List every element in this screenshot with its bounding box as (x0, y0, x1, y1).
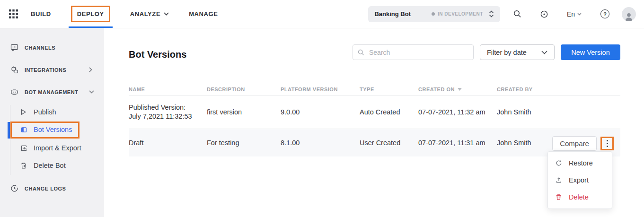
cell-created-on: 07-07-2021, 11:31 am (418, 139, 497, 148)
kebab-icon (607, 140, 608, 147)
sidebar-item-integrations[interactable]: INTEGRATIONS (10, 66, 94, 74)
chevron-right-icon (89, 67, 92, 72)
search-input[interactable] (368, 48, 468, 57)
filter-by-date-dropdown[interactable]: Filter by date (480, 44, 555, 60)
bot-name: Banking Bot (374, 10, 411, 17)
search-icon[interactable] (513, 10, 521, 18)
sidebar: CHANNELS INTEGRATIONS BOT MANAGEMENT Pub… (0, 28, 104, 217)
chevron-down-icon (541, 51, 547, 54)
sidebar-item-import-export[interactable]: Import & Export (20, 144, 81, 152)
cell-description: For testing (207, 139, 281, 148)
nav-deploy-label: DEPLOY (77, 10, 104, 17)
menu-item-restore[interactable]: Restore (548, 155, 612, 172)
subnav-connector-line (10, 105, 10, 175)
cell-created-on: 07-07-2021, 11:32 am (418, 108, 497, 117)
deploy-annotation-box: DEPLOY (71, 6, 110, 22)
help-icon[interactable]: ? (600, 9, 609, 18)
bot-status-label: IN DEVELOPMENT (438, 11, 483, 17)
sidebar-item-label: Publish (34, 108, 56, 116)
sidebar-item-bot-versions[interactable]: Bot Versions (20, 126, 72, 133)
apps-grid-icon[interactable] (9, 9, 18, 19)
language-label: En (567, 10, 575, 18)
cell-name: Published Version: July 7,2021 11:32:53 (129, 103, 207, 121)
versions-icon (20, 126, 27, 133)
table-row[interactable]: Published Version: July 7,2021 11:32:53 … (129, 95, 620, 129)
cell-name: Draft (129, 139, 207, 148)
column-header-created-on[interactable]: CREATED ON (418, 87, 497, 92)
sidebar-item-label: CHANGE LOGS (25, 186, 66, 191)
cell-platform-version: 8.1.00 (281, 139, 360, 148)
cell-type: Auto Created (360, 108, 418, 117)
filter-label: Filter by date (487, 49, 527, 56)
chat-bubble-icon (10, 43, 18, 52)
bot-icon (10, 88, 18, 96)
topbar-left: BUILD DEPLOY ANALYZE MANAGE (0, 0, 218, 28)
sidebar-item-label: Bot Versions (34, 126, 72, 133)
import-export-icon (20, 145, 27, 152)
sidebar-item-label: Delete Bot (34, 162, 66, 169)
table-header-row: NAME DESCRIPTION PLATFORM VERSION TYPE C… (129, 83, 620, 95)
search-icon (358, 49, 364, 56)
sort-caret-icon (458, 88, 462, 91)
row-actions-kebab-annotated[interactable] (600, 137, 614, 150)
integrations-gear-icon (10, 66, 18, 74)
status-dot-icon (432, 12, 435, 16)
cell-platform-version: 9.0.00 (281, 108, 360, 117)
column-header-created-by[interactable]: CREATED BY (497, 87, 620, 92)
history-clock-icon (10, 184, 18, 192)
version-search (353, 44, 474, 60)
column-header-description[interactable]: DESCRIPTION (207, 87, 281, 92)
cell-type: User Created (360, 139, 418, 148)
cell-description: first version (207, 108, 281, 117)
cell-created-by: John Smith (497, 108, 620, 117)
nav-analyze[interactable]: ANALYZE (130, 0, 169, 28)
trash-icon (20, 162, 27, 169)
topbar-right: Banking Bot IN DEVELOPMENT En (368, 0, 644, 28)
column-header-type[interactable]: TYPE (360, 87, 418, 92)
nav-manage-label: MANAGE (189, 10, 218, 17)
chevron-down-icon (577, 13, 582, 16)
top-navigation-bar: BUILD DEPLOY ANALYZE MANAGE Banking Bot … (0, 0, 644, 28)
sidebar-item-delete-bot[interactable]: Delete Bot (20, 162, 66, 169)
sidebar-item-change-logs[interactable]: CHANGE LOGS (10, 184, 94, 192)
nav-analyze-label: ANALYZE (130, 10, 160, 17)
primary-nav: BUILD DEPLOY ANALYZE MANAGE (31, 0, 218, 28)
trash-icon (556, 194, 563, 200)
publish-play-icon (20, 109, 27, 115)
row-actions-menu: Restore Export Delete (547, 151, 612, 209)
main-content: Bot Versions Filter by date New Version … (104, 28, 644, 217)
column-header-platform-version[interactable]: PLATFORM VERSION (281, 87, 360, 92)
nav-build-label: BUILD (31, 10, 51, 17)
menu-item-export[interactable]: Export (548, 172, 612, 189)
sidebar-item-channels[interactable]: CHANNELS (10, 43, 94, 52)
bot-status-badge: IN DEVELOPMENT (432, 11, 483, 17)
compare-button[interactable]: Compare (552, 136, 597, 151)
page-title: Bot Versions (129, 49, 186, 60)
nav-manage[interactable]: MANAGE (189, 0, 218, 28)
column-header-name[interactable]: NAME (129, 87, 207, 92)
chevron-updown-icon (489, 10, 494, 18)
avatar[interactable] (622, 7, 636, 21)
menu-item-label: Restore (569, 159, 593, 167)
table-row[interactable]: Draft For testing 8.1.00 User Created 07… (129, 129, 620, 156)
new-version-button[interactable]: New Version (561, 44, 620, 60)
menu-item-label: Delete (569, 193, 589, 201)
app-root: BUILD DEPLOY ANALYZE MANAGE Banking Bot … (0, 0, 644, 217)
sidebar-item-label: Import & Export (34, 144, 81, 152)
bot-selector[interactable]: Banking Bot IN DEVELOPMENT (368, 6, 500, 22)
nav-deploy[interactable]: DEPLOY (71, 0, 110, 28)
avatar-icon (624, 12, 634, 21)
sidebar-item-label: CHANNELS (25, 45, 55, 51)
help-glyph: ? (603, 11, 607, 17)
sidebar-item-bot-management[interactable]: BOT MANAGEMENT (10, 88, 94, 96)
restore-icon (556, 160, 563, 166)
nav-build[interactable]: BUILD (31, 0, 51, 28)
export-icon (556, 177, 563, 183)
active-tab-underline (69, 26, 113, 28)
chevron-down-icon (164, 12, 169, 16)
target-icon[interactable] (540, 10, 548, 18)
language-selector[interactable]: En (567, 10, 582, 18)
sidebar-item-publish[interactable]: Publish (20, 108, 56, 116)
chevron-down-icon (89, 90, 94, 94)
menu-item-delete[interactable]: Delete (548, 189, 612, 206)
